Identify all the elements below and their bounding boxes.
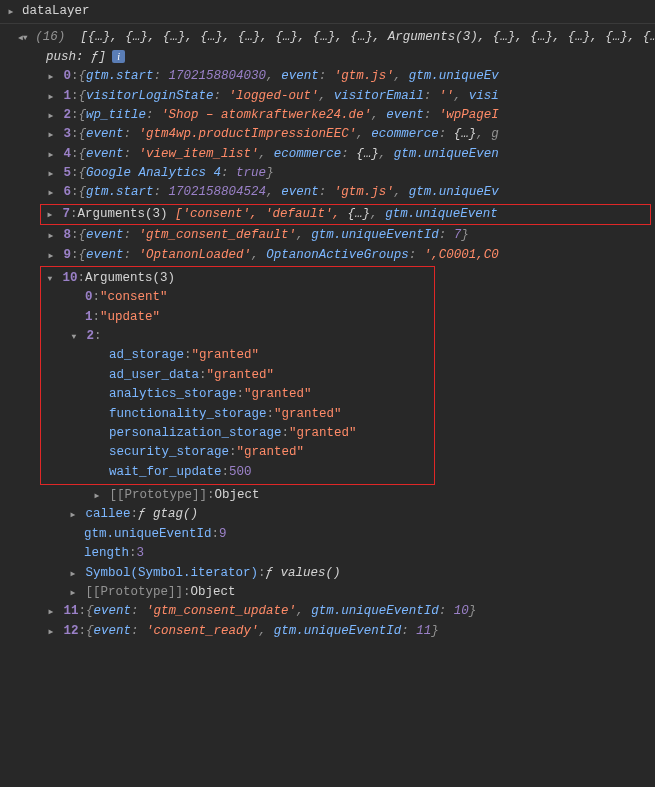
chevron-right-icon[interactable] <box>46 228 56 244</box>
array-count: (16) <box>35 30 65 44</box>
chevron-right-icon[interactable] <box>46 147 56 163</box>
array-item-8[interactable]: 8: {event: 'gtm_consent_default', gtm.un… <box>6 226 655 245</box>
callee[interactable]: callee: ƒ gtag() <box>6 505 655 524</box>
array-item-9[interactable]: 9: {event: 'OptanonLoaded', OptanonActiv… <box>6 246 655 265</box>
length[interactable]: length: 3 <box>6 544 655 563</box>
info-icon[interactable]: i <box>112 50 125 63</box>
array-item-0[interactable]: 0: {gtm.start: 1702158804030, event: 'gt… <box>6 67 655 86</box>
summary-row[interactable]: (16) [{…}, {…}, {…}, {…}, {…}, {…}, {…},… <box>6 28 655 47</box>
prototype-2[interactable]: [[Prototype]]: Object <box>6 583 655 602</box>
chevron-down-icon[interactable] <box>45 271 55 287</box>
consent-analytics-storage[interactable]: analytics_storage: "granted" <box>45 385 434 404</box>
chevron-down-icon[interactable] <box>69 329 79 345</box>
chevron-right-icon[interactable] <box>46 89 56 105</box>
array-item-11[interactable]: 11: {event: 'gtm_consent_update', gtm.un… <box>6 602 655 621</box>
args-0[interactable]: 0: "consent" <box>45 288 434 307</box>
chevron-right-icon[interactable] <box>46 604 56 620</box>
chevron-right-icon[interactable] <box>45 207 55 223</box>
args-1[interactable]: 1: "update" <box>45 308 434 327</box>
prototype-1[interactable]: [[Prototype]]: Object <box>6 486 655 505</box>
array-item-4[interactable]: 4: {event: 'view_item_list', ecommerce: … <box>6 145 655 164</box>
array-item-12[interactable]: 12: {event: 'consent_ready', gtm.uniqueE… <box>6 622 655 641</box>
consent-personalization-storage[interactable]: personalization_storage: "granted" <box>45 424 434 443</box>
args-2[interactable]: 2: <box>45 327 434 346</box>
chevron-right-icon[interactable] <box>68 585 78 601</box>
chevron-right-icon[interactable] <box>46 108 56 124</box>
symbol-iterator[interactable]: Symbol(Symbol.iterator): ƒ values() <box>6 564 655 583</box>
array-item-6[interactable]: 6: {gtm.start: 1702158804524, event: 'gt… <box>6 183 655 202</box>
chevron-right-icon[interactable] <box>46 69 56 85</box>
chevron-right-icon[interactable] <box>92 488 102 504</box>
consent-security-storage[interactable]: security_storage: "granted" <box>45 443 434 462</box>
chevron-right-icon[interactable] <box>46 624 56 640</box>
consent-ad-storage[interactable]: ad_storage: "granted" <box>45 346 434 365</box>
consent-ad-user-data[interactable]: ad_user_data: "granted" <box>45 366 434 385</box>
highlight-row-7: 7: Arguments(3) ['consent', 'default', {… <box>40 204 651 225</box>
chevron-right-icon[interactable] <box>46 185 56 201</box>
chevron-right-icon[interactable] <box>46 127 56 143</box>
gtm-unique-event-id[interactable]: gtm.uniqueEventId: 9 <box>6 525 655 544</box>
chevron-right-icon[interactable] <box>46 166 56 182</box>
chevron-right-icon[interactable] <box>46 248 56 264</box>
chevron-right-icon[interactable] <box>68 566 78 582</box>
chevron-right-icon[interactable] <box>68 507 78 523</box>
highlight-row-10: 10: Arguments(3) 0: "consent" 1: "update… <box>40 266 435 485</box>
array-item-5[interactable]: 5: {Google Analytics 4: true} <box>6 164 655 183</box>
consent-wait-for-update[interactable]: wait_for_update: 500 <box>45 463 434 482</box>
chevron-right-icon <box>6 4 16 20</box>
array-item-2[interactable]: 2: {wp_title: 'Shop – atomkraftwerke24.d… <box>6 106 655 125</box>
header-row[interactable]: dataLayer <box>0 0 655 24</box>
array-item-3[interactable]: 3: {event: 'gtm4wp.productImpressionEEC'… <box>6 125 655 144</box>
console-output: (16) [{…}, {…}, {…}, {…}, {…}, {…}, {…},… <box>0 24 655 645</box>
array-item-1[interactable]: 1: {visitorLoginState: 'logged-out', vis… <box>6 87 655 106</box>
array-item-7[interactable]: 7: Arguments(3) ['consent', 'default', {… <box>45 205 650 224</box>
header-label: dataLayer <box>22 2 90 21</box>
consent-functionality-storage[interactable]: functionality_storage: "granted" <box>45 405 434 424</box>
summary-row-2: push: ƒ] i <box>6 48 655 67</box>
array-item-10[interactable]: 10: Arguments(3) <box>45 269 434 288</box>
